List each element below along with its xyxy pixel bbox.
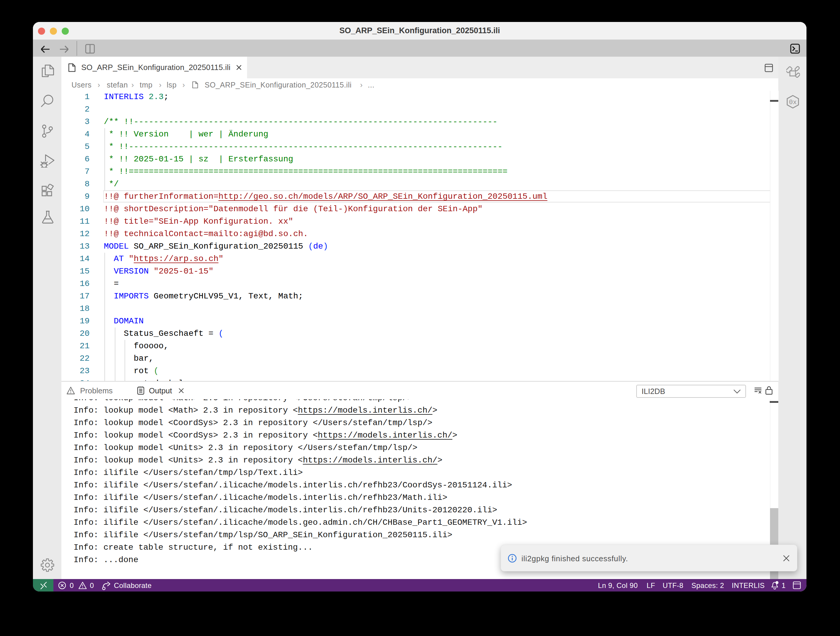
svg-text:0x: 0x	[789, 99, 797, 106]
